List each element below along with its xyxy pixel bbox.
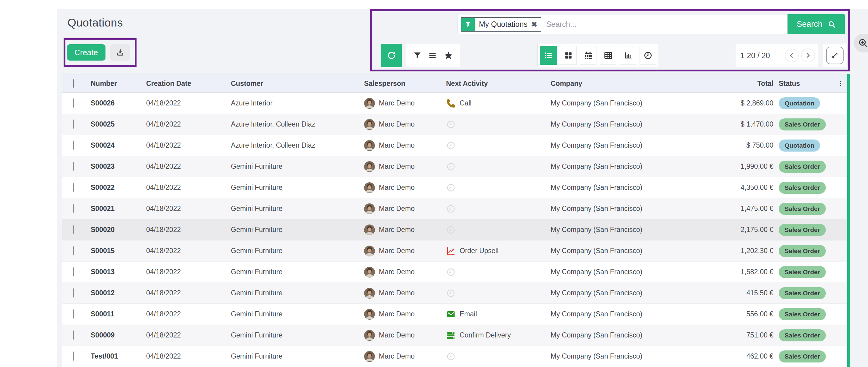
row-selector-circle[interactable] [73, 161, 75, 171]
pager-previous-button[interactable] [785, 49, 799, 62]
row-creation-date: 04/18/2022 [146, 289, 231, 297]
row-next-activity[interactable] [446, 162, 551, 172]
optional-columns-button[interactable] [834, 80, 847, 87]
row-salesperson-name: Marc Demo [379, 205, 415, 213]
pager-next-button[interactable] [801, 49, 815, 62]
table-row[interactable]: S00024 04/18/2022 Azure Interior, Collee… [62, 135, 850, 156]
row-number: Test/001 [91, 352, 146, 360]
magnifier-icon [828, 21, 836, 28]
row-salesperson-name: Marc Demo [379, 162, 415, 171]
table-row[interactable]: S00011 04/18/2022 Gemini Furniture Marc … [62, 304, 850, 325]
row-customer: Gemini Furniture [231, 352, 364, 360]
column-header-creation-date[interactable]: Creation Date [146, 80, 231, 88]
row-number: S00024 [91, 141, 146, 149]
row-creation-date: 04/18/2022 [146, 141, 231, 149]
salesperson-avatar [364, 119, 375, 130]
row-selector-circle[interactable] [73, 246, 75, 255]
column-header-company[interactable]: Company [551, 80, 710, 88]
clock-icon [446, 288, 456, 298]
table-row[interactable]: S00022 04/18/2022 Gemini Furniture Marc … [62, 177, 850, 198]
column-header-total[interactable]: Total [710, 80, 774, 88]
column-header-customer[interactable]: Customer [231, 80, 364, 88]
row-customer: Gemini Furniture [231, 162, 364, 171]
column-header-salesperson[interactable]: Salesperson [364, 80, 446, 88]
pager: 1-20 / 20 [736, 44, 818, 67]
row-total: 556.00 € [710, 310, 774, 318]
salesperson-avatar [364, 140, 375, 151]
row-selector-circle[interactable] [73, 119, 75, 129]
pivot-view-button[interactable] [600, 46, 616, 65]
row-next-activity[interactable] [446, 204, 551, 214]
table-row[interactable]: Test/001 04/18/2022 Gemini Furniture Mar… [62, 346, 850, 367]
column-header-next-activity[interactable]: Next Activity [446, 80, 551, 88]
row-number: S00022 [91, 183, 146, 192]
row-selector-circle[interactable] [73, 204, 75, 213]
status-badge: Sales Order [779, 287, 826, 299]
graph-view-button[interactable] [620, 46, 636, 65]
expand-button[interactable] [826, 47, 844, 64]
row-number: S00020 [91, 226, 146, 234]
row-creation-date: 04/18/2022 [146, 99, 231, 107]
pivot-view-icon [604, 51, 613, 60]
row-selector-circle[interactable] [73, 225, 75, 235]
row-next-activity[interactable]: Order Upsell [446, 246, 551, 256]
row-total: 1,475.00 € [710, 205, 774, 213]
row-customer: Gemini Furniture [231, 183, 364, 192]
row-next-activity[interactable] [446, 351, 551, 361]
table-row[interactable]: S00026 04/18/2022 Azure Interior Marc De… [62, 93, 850, 114]
row-selector-circle[interactable] [73, 267, 75, 277]
row-selector-circle[interactable] [73, 141, 75, 150]
row-selector-circle[interactable] [73, 330, 75, 340]
filters-button[interactable] [413, 52, 421, 59]
row-next-activity[interactable] [446, 141, 551, 150]
row-next-activity[interactable] [446, 120, 551, 129]
row-next-activity[interactable] [446, 225, 551, 235]
row-selector-circle[interactable] [73, 98, 75, 108]
table-row[interactable]: S00012 04/18/2022 Gemini Furniture Marc … [62, 283, 850, 304]
search-facet-my-quotations[interactable]: My Quotations ✖ [461, 17, 541, 32]
salesperson-avatar [364, 267, 375, 277]
calendar-view-button[interactable] [580, 46, 596, 65]
row-selector-circle[interactable] [73, 183, 75, 192]
phone-icon [446, 98, 456, 108]
status-badge: Quotation [779, 140, 820, 152]
column-header-status[interactable]: Status [774, 80, 834, 88]
chevron-right-icon [805, 52, 811, 59]
table-row[interactable]: S00023 04/18/2022 Gemini Furniture Marc … [62, 156, 850, 177]
table-row[interactable]: S00021 04/18/2022 Gemini Furniture Marc … [62, 198, 850, 219]
activity-view-button[interactable] [640, 46, 656, 65]
row-next-activity[interactable] [446, 183, 551, 192]
create-button[interactable]: Create [67, 44, 105, 61]
row-next-activity[interactable]: Email [446, 309, 551, 319]
column-header-number[interactable]: Number [91, 80, 146, 88]
table-row[interactable]: S00013 04/18/2022 Gemini Furniture Marc … [62, 262, 850, 283]
download-button[interactable] [110, 44, 130, 61]
row-company: My Company (San Francisco) [551, 183, 710, 192]
search-button[interactable]: Search [787, 14, 845, 34]
row-next-activity[interactable]: Call [446, 98, 551, 108]
search-input[interactable] [541, 14, 787, 34]
row-selector-circle[interactable] [73, 288, 75, 298]
kanban-view-button[interactable] [560, 46, 577, 65]
row-total: 1,990.00 € [710, 162, 774, 171]
table-row[interactable]: S00015 04/18/2022 Gemini Furniture Marc … [62, 240, 850, 262]
favorite-star-button[interactable] [444, 51, 453, 60]
envelope-icon [446, 309, 456, 319]
row-selector-circle[interactable] [73, 351, 75, 361]
row-next-activity[interactable] [446, 267, 551, 277]
list-view-button[interactable] [540, 46, 557, 65]
select-all-control[interactable] [62, 80, 91, 88]
row-company: My Company (San Francisco) [551, 331, 710, 339]
close-icon[interactable]: ✖ [530, 18, 541, 31]
row-customer: Gemini Furniture [231, 310, 364, 318]
table-row[interactable]: S00025 04/18/2022 Azure Interior, Collee… [62, 114, 850, 135]
table-row[interactable]: S00009 04/18/2022 Gemini Furniture Marc … [62, 325, 850, 346]
search-bar[interactable]: My Quotations ✖ [458, 14, 787, 34]
refresh-button[interactable] [381, 44, 402, 67]
group-by-button[interactable] [428, 51, 437, 60]
row-next-activity[interactable]: Confirm Delivery [446, 331, 551, 340]
row-next-activity[interactable] [446, 288, 551, 298]
table-row[interactable]: S00020 04/18/2022 Gemini Furniture Marc … [62, 219, 850, 240]
row-selector-circle[interactable] [73, 309, 75, 319]
row-total: 415.50 € [710, 289, 774, 297]
